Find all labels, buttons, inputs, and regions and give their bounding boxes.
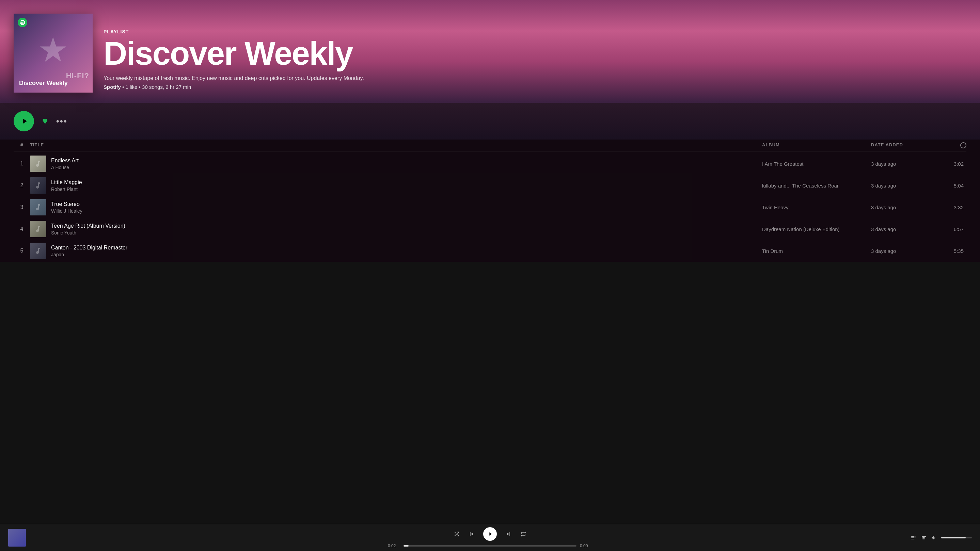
volume-fill	[941, 537, 966, 538]
volume-button[interactable]	[931, 535, 937, 541]
track-duration: 6:57	[939, 226, 966, 232]
shuffle-button[interactable]	[453, 530, 460, 537]
track-album: Twin Heavy	[762, 205, 871, 210]
progress-area: 0:02 0:00	[388, 543, 592, 548]
col-album-header: ALBUM	[762, 142, 871, 148]
repeat-button[interactable]	[520, 530, 527, 537]
track-date-added: 3 days ago	[871, 205, 939, 210]
player-right	[651, 535, 972, 541]
player-controls	[453, 527, 527, 541]
track-name: True Stereo	[51, 201, 83, 207]
track-thumbnail	[30, 199, 46, 216]
col-title-header: TITLE	[30, 142, 762, 148]
more-options-button[interactable]: •••	[56, 116, 67, 127]
track-album: I Am The Greatest	[762, 161, 871, 167]
header-info: PLAYLIST Discover Weekly Your weekly mix…	[103, 29, 966, 92]
playlist-description: Your weekly mixtape of fresh music. Enjo…	[103, 75, 966, 81]
track-album: lullaby and... The Ceaseless Roar	[762, 183, 871, 189]
tracks-header: # TITLE ALBUM DATE ADDED	[14, 140, 966, 151]
track-row[interactable]: 5 Canton - 2003 Digital Remaster Japan T…	[14, 240, 966, 262]
track-number: 1	[14, 160, 30, 167]
track-duration: 5:35	[939, 248, 966, 254]
track-date-added: 3 days ago	[871, 226, 939, 232]
meta-songs: 30 songs, 2 hr 27 min	[142, 84, 191, 90]
meta-likes: 1 like	[125, 84, 137, 90]
track-artist: Sonic Youth	[51, 230, 125, 235]
prev-button[interactable]	[468, 530, 475, 537]
track-row[interactable]: 4 Teen Age Riot (Album Version) Sonic Yo…	[14, 218, 966, 240]
player-track-thumb	[8, 529, 26, 546]
track-artist: Robert Plant	[51, 186, 82, 192]
track-text: True Stereo Willie J Healey	[51, 201, 83, 214]
track-number: 2	[14, 183, 30, 189]
track-thumbnail	[30, 243, 46, 259]
progress-fill	[404, 545, 409, 546]
clock-icon	[960, 142, 966, 148]
tracks-area: # TITLE ALBUM DATE ADDED 1 Endless Art A…	[0, 140, 980, 262]
cover-label: Discover Weekly	[19, 79, 68, 87]
track-name: Endless Art	[51, 157, 79, 164]
progress-bar[interactable]	[404, 545, 576, 546]
track-date-added: 3 days ago	[871, 248, 939, 254]
track-album: Tin Drum	[762, 248, 871, 254]
star-icon: ★	[38, 33, 68, 67]
col-dur-header	[939, 142, 966, 148]
track-artist: Willie J Healey	[51, 208, 83, 214]
track-info: True Stereo Willie J Healey	[30, 199, 762, 216]
spotify-logo	[18, 18, 27, 27]
player-play-button[interactable]	[483, 527, 497, 541]
track-date-added: 3 days ago	[871, 183, 939, 189]
playlist-meta: Spotify • 1 like • 30 songs, 2 hr 27 min	[103, 84, 966, 90]
player-left	[8, 529, 329, 546]
player-center: 0:02 0:00	[329, 527, 651, 548]
queue-button[interactable]	[921, 535, 927, 541]
track-text: Teen Age Riot (Album Version) Sonic Yout…	[51, 223, 125, 235]
track-artist: Japan	[51, 252, 127, 257]
track-info: Teen Age Riot (Album Version) Sonic Yout…	[30, 221, 762, 237]
track-album: Daydream Nation (Deluxe Edition)	[762, 226, 871, 232]
tracks-list: 1 Endless Art A House I Am The Greatest …	[14, 153, 966, 262]
track-number: 5	[14, 248, 30, 254]
play-button[interactable]	[14, 111, 34, 131]
track-text: Little Maggie Robert Plant	[51, 179, 82, 192]
playlist-cover: ★ Discover Weekly HI-FI?	[14, 14, 92, 92]
track-info: Endless Art A House	[30, 156, 762, 172]
track-info: Canton - 2003 Digital Remaster Japan	[30, 243, 762, 259]
track-name: Little Maggie	[51, 179, 82, 186]
playlist-header: ★ Discover Weekly HI-FI? PLAYLIST Discov…	[0, 0, 980, 103]
track-row[interactable]: 3 True Stereo Willie J Healey Twin Heavy…	[14, 196, 966, 218]
like-button[interactable]: ♥	[42, 116, 48, 127]
track-thumbnail	[30, 221, 46, 237]
track-artist: A House	[51, 165, 79, 170]
volume-bar[interactable]	[941, 537, 972, 538]
track-duration: 5:04	[939, 183, 966, 189]
track-row[interactable]: 1 Endless Art A House I Am The Greatest …	[14, 153, 966, 175]
track-info: Little Maggie Robert Plant	[30, 177, 762, 194]
lyrics-button[interactable]	[910, 535, 917, 541]
player-bar: 0:02 0:00	[0, 524, 980, 551]
playlist-type: PLAYLIST	[103, 29, 966, 34]
track-row[interactable]: 2 Little Maggie Robert Plant lullaby and…	[14, 175, 966, 196]
col-num-header: #	[14, 142, 30, 148]
col-date-header: DATE ADDED	[871, 142, 939, 148]
track-text: Endless Art A House	[51, 157, 79, 170]
spotify-name: Spotify	[103, 84, 121, 90]
track-thumbnail	[30, 156, 46, 172]
controls-area: ♥ •••	[0, 103, 980, 140]
track-name: Teen Age Riot (Album Version)	[51, 223, 125, 229]
track-duration: 3:02	[939, 161, 966, 167]
current-time: 0:02	[388, 543, 400, 548]
next-button[interactable]	[505, 530, 512, 537]
track-thumbnail	[30, 177, 46, 194]
track-duration: 3:32	[939, 205, 966, 210]
track-number: 4	[14, 226, 30, 232]
meta-separator2: •	[139, 84, 142, 90]
track-date-added: 3 days ago	[871, 161, 939, 167]
track-name: Canton - 2003 Digital Remaster	[51, 245, 127, 251]
track-number: 3	[14, 204, 30, 210]
total-time: 0:00	[580, 543, 592, 548]
playlist-title: Discover Weekly	[103, 37, 966, 70]
hi-fi-label: HI-FI?	[66, 71, 89, 80]
track-text: Canton - 2003 Digital Remaster Japan	[51, 245, 127, 257]
